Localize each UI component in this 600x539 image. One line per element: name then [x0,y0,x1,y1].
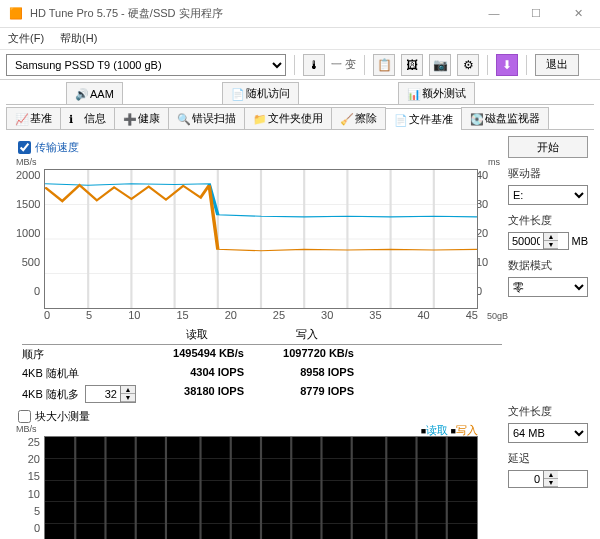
temp-label: 一 变 [331,57,356,72]
block-size-chart [44,436,478,539]
options-icon[interactable]: ⚙ [457,54,479,76]
tab-random-access[interactable]: 📄随机访问 [222,82,299,104]
copy-icon[interactable]: 📋 [373,54,395,76]
save-icon[interactable]: ⬇ [496,54,518,76]
drive-select[interactable]: Samsung PSSD T9 (1000 gB) [6,54,286,76]
table-row: 4KB 随机多 ▲▼38180 IOPS8779 IOPS [22,383,502,405]
minimize-button[interactable]: — [480,7,508,20]
temperature-icon[interactable]: 🌡 [303,54,325,76]
x-axis: 051015202530354045 [42,309,480,321]
tab-error-scan[interactable]: 🔍错误扫描 [168,107,245,129]
start-button[interactable]: 开始 [508,136,588,158]
drive-letter-select[interactable]: E: [508,185,588,205]
threads-spinner[interactable]: ▲▼ [85,385,136,403]
table-row: 顺序1495494 KB/s1097720 KB/s [22,345,502,364]
y-axis-right: 403020100 [476,169,500,297]
y-left-unit-2: MB/s [16,424,37,434]
file-length-label: 文件长度 [508,213,588,228]
window-title: HD Tune Pro 5.75 - 硬盘/SSD 实用程序 [30,6,223,21]
mb-unit: MB [572,235,589,247]
transfer-speed-chart [44,169,478,309]
table-row: 4KB 随机单4304 IOPS8958 IOPS [22,364,502,383]
menubar: 文件(F) 帮助(H) [0,28,600,50]
toolbar: Samsung PSSD T9 (1000 gB) 🌡 一 变 📋 🖼 📷 ⚙ … [0,50,600,80]
x-unit: 50gB [487,311,508,321]
camera-icon[interactable]: 📷 [429,54,451,76]
close-button[interactable]: ✕ [564,7,592,20]
delay-label: 延迟 [508,451,588,466]
tab-extra-tests[interactable]: 📊额外测试 [398,82,475,104]
results-table: 读取写入 顺序1495494 KB/s1097720 KB/s 4KB 随机单4… [22,325,502,405]
data-mode-select[interactable]: 零 [508,277,588,297]
app-icon: 🟧 [8,6,24,22]
tab-info[interactable]: ℹ信息 [60,107,115,129]
main-tabs: 📈基准 ℹ信息 ➕健康 🔍错误扫描 📁文件夹使用 🧹擦除 📄文件基准 💽磁盘监视… [6,107,594,130]
menu-help[interactable]: 帮助(H) [60,31,97,46]
tab-disk-monitor[interactable]: 💽磁盘监视器 [461,107,549,129]
screenshot-icon[interactable]: 🖼 [401,54,423,76]
tab-folder-usage[interactable]: 📁文件夹使用 [244,107,332,129]
block-size-checkbox[interactable]: 块大小测量 [18,409,502,424]
tab-aam[interactable]: 🔊AAM [66,82,123,104]
data-mode-label: 数据模式 [508,258,588,273]
y-left-unit: MB/s [16,157,37,167]
drive-label: 驱动器 [508,166,588,181]
tab-benchmark[interactable]: 📈基准 [6,107,61,129]
file-length-spinner[interactable]: ▲▼ [508,232,569,250]
tab-health[interactable]: ➕健康 [114,107,169,129]
file-length-label-2: 文件长度 [508,404,588,419]
block-length-select[interactable]: 64 MB [508,423,588,443]
exit-button[interactable]: 退出 [535,54,579,76]
y-right-unit: ms [488,157,500,167]
menu-file[interactable]: 文件(F) [8,31,44,46]
secondary-tabs: 🔊AAM 📄随机访问 📊额外测试 [6,82,594,105]
y-axis-left: 2000150010005000 [16,169,40,297]
maximize-button[interactable]: ☐ [522,7,550,20]
titlebar: 🟧 HD Tune Pro 5.75 - 硬盘/SSD 实用程序 — ☐ ✕ [0,0,600,28]
y-axis-left-2: 2520151050 [16,436,40,534]
delay-spinner[interactable]: ▲▼ [508,470,588,488]
tab-erase[interactable]: 🧹擦除 [331,107,386,129]
transfer-speed-checkbox[interactable]: 传输速度 [18,140,502,155]
tab-file-benchmark[interactable]: 📄文件基准 [385,108,462,130]
